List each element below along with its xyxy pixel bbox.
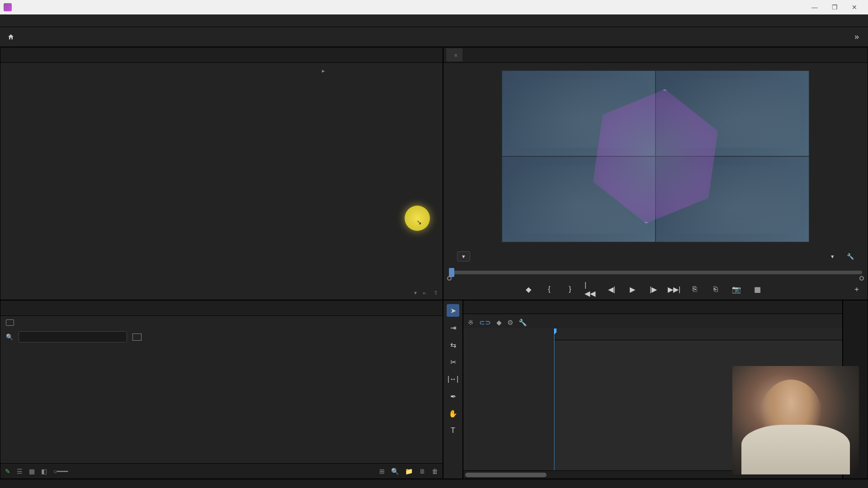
linked-selection-icon[interactable]: ⊂⊃ xyxy=(479,319,491,327)
cursor-highlight xyxy=(405,206,430,231)
source-panel-tabs xyxy=(0,47,443,63)
thumbnail-toggle[interactable] xyxy=(132,333,142,341)
mark-out-button[interactable]: } xyxy=(564,283,576,296)
statusbar xyxy=(0,479,868,488)
automate-icon[interactable]: ⊞ xyxy=(379,468,385,475)
home-icon[interactable] xyxy=(5,31,17,43)
tab-program[interactable]: ≡ xyxy=(446,48,462,61)
wrench-icon[interactable]: 🔧 xyxy=(847,253,854,260)
lift-button[interactable]: ⎘ xyxy=(689,283,701,296)
titlebar: — ❐ ✕ xyxy=(0,0,868,14)
play-button[interactable]: ▶ xyxy=(626,283,639,296)
trash-icon[interactable]: 🗑 xyxy=(432,468,438,475)
type-tool[interactable]: T xyxy=(447,424,459,437)
maximize-button[interactable]: ❐ xyxy=(825,0,844,14)
bin-icon xyxy=(6,319,14,326)
go-to-out-button[interactable]: ▶▶| xyxy=(668,283,680,296)
program-viewer[interactable] xyxy=(443,63,868,246)
filter-icon[interactable]: ▾ xyxy=(414,290,417,296)
extract-button[interactable]: ⎗ xyxy=(709,283,722,296)
search-icon: 🔍 xyxy=(6,333,13,340)
slip-tool[interactable]: |↔| xyxy=(447,373,459,385)
icon-view-icon[interactable]: ▦ xyxy=(29,468,35,475)
list-view-icon[interactable]: ☰ xyxy=(17,468,23,475)
project-footer: ✎ ☰ ▦ ◧ ○━━━ ⊞ 🔍 📁 🗎 🗑 xyxy=(0,463,443,479)
zoom-fit-select[interactable]: ▾ xyxy=(457,251,470,262)
write-icon[interactable]: ✎ xyxy=(5,468,10,475)
snap-icon[interactable]: ※ xyxy=(468,319,474,327)
step-back-button[interactable]: ◀| xyxy=(605,283,618,296)
close-button[interactable]: ✕ xyxy=(844,0,864,14)
go-to-in-button[interactable]: |◀◀ xyxy=(585,283,597,296)
razor-tool[interactable]: ✂ xyxy=(447,356,459,368)
pen-tool[interactable]: ✒ xyxy=(447,390,459,403)
find-icon[interactable]: 🔍 xyxy=(391,468,399,475)
project-panel: 🔍 ✎ ☰ ▦ ◧ ○━━━ ⊞ 🔍 📁 🗎 🗑 xyxy=(0,300,443,479)
button-editor-button[interactable]: ＋ xyxy=(850,283,863,296)
zoom-slider[interactable]: ○━━━ xyxy=(53,468,68,475)
menubar xyxy=(0,14,868,27)
marker-icon[interactable]: ◆ xyxy=(496,319,502,327)
play-only-icon[interactable]: ▸. xyxy=(423,290,427,296)
wrench-icon[interactable]: 🔧 xyxy=(519,319,527,327)
new-item-icon[interactable]: 🗎 xyxy=(419,468,425,475)
selection-tool[interactable]: ➤ xyxy=(447,304,459,317)
freeform-view-icon[interactable]: ◧ xyxy=(41,468,47,475)
mark-in-button[interactable]: { xyxy=(543,283,556,296)
webcam-overlay xyxy=(732,366,859,474)
tool-palette: ➤ ⇥ ⇆ ✂ |↔| ✒ ✋ T xyxy=(443,300,463,479)
step-forward-button[interactable]: |▶ xyxy=(647,283,660,296)
app-icon xyxy=(4,3,12,11)
effect-controls-panel: ▸ ▾ ▸. ⇪ xyxy=(0,47,443,300)
hand-tool[interactable]: ✋ xyxy=(447,407,459,420)
expand-icon[interactable]: ▸ xyxy=(322,67,325,74)
comparison-view-button[interactable]: ▦ xyxy=(751,283,764,296)
workspace-overflow-icon[interactable]: » xyxy=(850,32,863,42)
quality-select[interactable]: ▾ xyxy=(826,252,839,261)
workspace-bar: » xyxy=(0,27,868,47)
project-search-input[interactable] xyxy=(19,331,127,343)
export-frame-button[interactable]: 📷 xyxy=(730,283,743,296)
new-bin-icon[interactable]: 📁 xyxy=(405,468,413,475)
export-frame-icon[interactable]: ⇪ xyxy=(434,290,438,296)
program-monitor-panel: ≡ ▾ ▾ 🔧 xyxy=(443,47,868,300)
settings-icon[interactable]: ⚙ xyxy=(507,319,513,327)
ripple-edit-tool[interactable]: ⇆ xyxy=(447,338,459,351)
track-select-tool[interactable]: ⇥ xyxy=(447,321,459,334)
minimize-button[interactable]: — xyxy=(805,0,825,14)
add-marker-button[interactable]: ◆ xyxy=(522,283,535,296)
program-scrubber[interactable] xyxy=(449,266,862,279)
